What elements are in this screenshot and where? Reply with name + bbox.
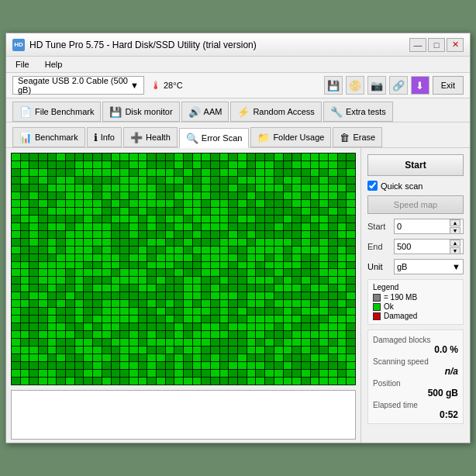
grid-cell — [319, 285, 328, 291]
tab-extra-tests[interactable]: 🔧 Extra tests — [323, 102, 393, 122]
grid-cell — [302, 370, 310, 377]
tab-disk-monitor[interactable]: 💾 Disk monitor — [102, 102, 179, 122]
end-spin-up[interactable]: ▲ — [450, 240, 460, 247]
grid-cell — [39, 316, 47, 323]
grid-cell — [256, 153, 264, 160]
grid-cell — [75, 323, 84, 330]
grid-cell — [265, 161, 274, 168]
quick-scan-label[interactable]: Quick scan — [381, 181, 423, 191]
grid-cell — [29, 323, 38, 330]
grid-cell — [120, 308, 129, 315]
grid-cell — [39, 362, 47, 369]
grid-cell — [329, 378, 337, 385]
exit-button[interactable]: Exit — [433, 76, 464, 95]
grid-cell — [247, 185, 256, 191]
tab-file-benchmark[interactable]: 📄 File Benchmark — [12, 102, 101, 122]
speed-map-button[interactable]: Speed map — [367, 195, 464, 214]
end-spin-down[interactable]: ▼ — [450, 247, 460, 254]
start-spin-up[interactable]: ▲ — [450, 219, 460, 226]
tab-folder-usage[interactable]: 📁 Folder Usage — [250, 127, 331, 147]
benchmark-icon: 📊 — [19, 132, 32, 143]
grid-cell — [139, 292, 147, 299]
grid-cell — [157, 331, 165, 338]
grid-cell — [129, 378, 138, 385]
temperature-display: 🌡 28°C — [150, 79, 183, 91]
disk-icon[interactable]: 📀 — [346, 76, 364, 95]
grid-cell — [93, 254, 102, 261]
grid-cell — [256, 208, 264, 215]
grid-cell — [302, 231, 310, 238]
minimize-button[interactable]: — — [409, 38, 426, 52]
tab-health[interactable]: ➕ Health — [123, 127, 178, 147]
tab-error-scan[interactable]: 🔍 Error Scan — [179, 128, 250, 148]
grid-cell — [12, 362, 20, 369]
tab-aam[interactable]: 🔊 AAM — [181, 102, 229, 122]
download-icon[interactable]: ⬇ — [411, 76, 429, 95]
grid-cell — [247, 169, 256, 176]
grid-cell — [112, 362, 120, 369]
drive-info-icon[interactable]: 💾 — [324, 76, 343, 95]
grid-cell — [193, 153, 202, 160]
grid-cell — [112, 254, 120, 261]
grid-cell — [157, 169, 165, 176]
grid-cell — [256, 277, 264, 284]
grid-cell — [29, 239, 38, 246]
menu-file[interactable]: File — [12, 58, 33, 71]
grid-cell — [319, 254, 328, 261]
connect-icon[interactable]: 🔗 — [389, 76, 408, 95]
end-input[interactable]: 500 ▲ ▼ — [394, 239, 464, 254]
grid-cell — [12, 161, 20, 168]
drive-label: Seagate USB 2.0 Cable (500 gB) — [18, 76, 130, 95]
start-input[interactable]: 0 ▲ ▼ — [394, 219, 464, 234]
grid-cell — [84, 200, 92, 207]
close-button[interactable]: ✕ — [447, 38, 464, 52]
camera-icon[interactable]: 📷 — [367, 76, 386, 95]
grid-cell — [302, 161, 310, 168]
grid-cell — [211, 362, 219, 369]
grid-cell — [166, 262, 174, 269]
grid-cell — [202, 216, 210, 222]
grid-cell — [102, 153, 111, 160]
grid-cell — [274, 323, 283, 330]
maximize-button[interactable]: □ — [428, 38, 445, 52]
tab-benchmark[interactable]: 📊 Benchmark — [12, 127, 85, 147]
grid-cell — [229, 262, 237, 269]
grid-cell — [220, 323, 229, 330]
grid-cell — [274, 262, 283, 269]
grid-cell — [211, 339, 219, 346]
tab-erase[interactable]: 🗑 Erase — [333, 127, 382, 147]
grid-cell — [147, 331, 156, 338]
grid-cell — [211, 323, 219, 330]
grid-cell — [157, 208, 165, 215]
grid-cell — [112, 185, 120, 191]
grid-cell — [193, 200, 202, 207]
menu-help[interactable]: Help — [42, 58, 66, 71]
grid-cell — [12, 223, 20, 230]
grid-cell — [21, 153, 29, 160]
grid-cell — [75, 231, 84, 238]
legend-label-0: = 190 MB — [384, 293, 417, 302]
grid-cell — [12, 185, 20, 191]
grid-cell — [284, 192, 292, 199]
grid-cell — [311, 185, 319, 191]
tab-random-access[interactable]: ⚡ Random Access — [230, 102, 321, 122]
grid-cell — [184, 370, 192, 377]
grid-cell — [184, 216, 192, 222]
grid-cell — [21, 362, 29, 369]
grid-cell — [93, 285, 102, 291]
grid-cell — [66, 161, 74, 168]
legend-item-0: = 190 MB — [373, 293, 458, 302]
grid-cell — [220, 339, 229, 346]
start-button[interactable]: Start — [367, 154, 464, 176]
grid-cell — [193, 185, 202, 191]
grid-cell — [347, 200, 355, 207]
grid-cell — [166, 339, 174, 346]
drive-selector[interactable]: Seagate USB 2.0 Cable (500 gB) ▼ — [12, 76, 144, 95]
grid-cell — [319, 354, 328, 361]
quick-scan-checkbox[interactable] — [367, 181, 378, 191]
grid-cell — [120, 223, 129, 230]
tab-info[interactable]: ℹ Info — [87, 127, 122, 147]
start-spin-down[interactable]: ▼ — [450, 227, 460, 234]
grid-cell — [311, 285, 319, 291]
unit-selector[interactable]: gB ▼ — [394, 259, 464, 274]
